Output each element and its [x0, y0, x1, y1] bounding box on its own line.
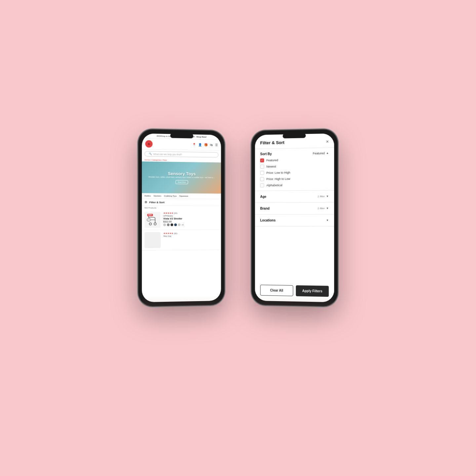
- sort-options-list: Featured Newest Price: Low to High: [260, 158, 329, 187]
- gift-icon[interactable]: 🎁: [204, 143, 208, 146]
- sort-option-price-high[interactable]: Price: High to Low: [260, 177, 329, 181]
- search-placeholder: What can we help you find?: [153, 153, 182, 155]
- sort-by-label: Sort By: [260, 152, 272, 156]
- right-phone-reflection: [255, 296, 334, 306]
- sort-by-header: Sort By Featured ▲: [260, 151, 329, 156]
- sort-option-featured[interactable]: Featured: [260, 158, 329, 163]
- product-stars-1: ★★★★★: [163, 212, 173, 215]
- sort-by-value[interactable]: Featured ▲: [313, 151, 329, 155]
- product-item-2[interactable]: ★★★★★ (80) Skip Hop: [142, 230, 221, 251]
- phone-notch-right: [283, 133, 306, 138]
- product-brand-2: Skip Hop: [163, 235, 218, 237]
- product-info-2: ★★★★★ (80) Skip Hop: [163, 232, 218, 248]
- filter-sort-screen: Filter & Sort × Sort By Featured ▲: [255, 134, 334, 302]
- checkbox-price-low[interactable]: [260, 171, 264, 175]
- checkbox-newest[interactable]: [260, 165, 264, 169]
- left-phone-reflection: [142, 296, 221, 306]
- new-badge: NEW: [147, 214, 153, 216]
- right-phone-screen: Filter & Sort × Sort By Featured ▲: [255, 134, 334, 302]
- svg-point-2: [147, 218, 151, 221]
- brand-filter-count: 1 filter: [317, 207, 325, 210]
- account-icon[interactable]: 👤: [198, 143, 202, 146]
- brand-filter-right: 1 filter ▼: [317, 207, 329, 210]
- product-price-1: $322.00: [163, 220, 218, 223]
- cat-rattles[interactable]: Rattles: [144, 195, 151, 197]
- locations-chevron: ▼: [326, 219, 329, 222]
- svg-point-0: [149, 223, 152, 225]
- age-filter-count: 1 filter: [317, 195, 325, 198]
- nav-bar: 🐞 📍 👤 🎁 🛍 ☰: [142, 139, 221, 151]
- search-bar[interactable]: 🔍 What can we help you find?: [144, 151, 218, 157]
- phone-notch-left: [170, 133, 193, 138]
- apply-filters-button[interactable]: Apply Filters: [296, 285, 329, 297]
- brand-chevron: ▼: [326, 207, 329, 210]
- hero-title: Sensory Toys: [168, 171, 196, 177]
- scene: BRRRing on the savings with up to 50% of…: [139, 130, 337, 333]
- checkbox-alpha[interactable]: [260, 183, 264, 187]
- left-phone: BRRRing on the savings with up to 50% of…: [139, 129, 224, 306]
- swatch-more: +6: [181, 224, 183, 226]
- sort-option-newest[interactable]: Newest: [260, 164, 329, 169]
- product-image-2: [144, 232, 161, 248]
- bag-icon[interactable]: 🛍: [210, 143, 213, 147]
- clear-all-button[interactable]: Clear All: [260, 285, 293, 296]
- product-info-1: ★★★★★ (26) UPPAbaby Vista V2 Stroller $3…: [163, 212, 218, 228]
- filter-icon: ⚙: [144, 201, 147, 204]
- location-icon[interactable]: 📍: [192, 143, 196, 146]
- menu-icon[interactable]: ☰: [215, 143, 218, 147]
- sort-alpha-label: Alphabetical: [266, 183, 282, 187]
- locations-filter-right: ▼: [326, 219, 329, 222]
- sort-featured-label: Featured: [266, 159, 278, 162]
- right-phone: Filter & Sort × Sort By Featured ▲: [252, 129, 337, 306]
- spacer: [255, 226, 334, 281]
- left-screen-content: BRRRing on the savings with up to 50% of…: [142, 134, 221, 302]
- checkbox-price-high[interactable]: [260, 177, 264, 181]
- swatch-2[interactable]: [167, 223, 170, 226]
- sort-newest-label: Newest: [266, 165, 276, 168]
- review-count-2: (80): [174, 232, 178, 234]
- color-swatches-1: +6: [163, 223, 218, 226]
- right-phone-wrap: Filter & Sort × Sort By Featured ▲: [251, 130, 337, 333]
- left-phone-screen: BRRRing on the savings with up to 50% of…: [142, 134, 221, 302]
- filter-sort-bar[interactable]: ⚙ Filter & Sort: [142, 199, 221, 206]
- checkbox-featured[interactable]: [260, 158, 264, 162]
- locations-filter-row[interactable]: Locations ▼: [255, 215, 334, 226]
- product-stars-2: ★★★★★: [163, 232, 173, 235]
- swatch-3[interactable]: [171, 223, 173, 226]
- hero-description: Wooden toys, rattles, plush toys, sensor…: [143, 176, 219, 179]
- hero-cta-button[interactable]: Read More: [176, 180, 188, 184]
- products-count: 592 Products: [142, 206, 221, 210]
- sort-price-high-label: Price: High to Low: [266, 177, 290, 181]
- age-filter-row[interactable]: Age 1 filter ▼: [255, 190, 334, 203]
- sort-option-price-low[interactable]: Price: Low to High: [260, 170, 329, 175]
- swatch-4[interactable]: [174, 223, 177, 226]
- brand-filter-row[interactable]: Brand 1 filter ▼: [255, 203, 334, 215]
- site-logo[interactable]: 🐞: [145, 140, 152, 148]
- cat-stackers[interactable]: Stackers: [153, 195, 161, 197]
- brand-filter-label: Brand: [260, 207, 269, 210]
- sort-chevron-up: ▲: [326, 151, 329, 154]
- banner-link[interactable]: Shop Now!: [196, 136, 207, 138]
- sort-by-section: Sort By Featured ▲ Featured: [255, 148, 334, 191]
- review-count-1: (26): [174, 212, 178, 214]
- locations-filter-label: Locations: [260, 218, 276, 222]
- close-button[interactable]: ×: [326, 139, 329, 144]
- svg-point-1: [154, 223, 156, 225]
- age-filter-right: 1 filter ▼: [317, 195, 329, 198]
- age-filter-label: Age: [260, 195, 266, 198]
- left-phone-wrap: BRRRing on the savings with up to 50% of…: [139, 130, 225, 333]
- filter-modal-title: Filter & Sort: [260, 140, 284, 145]
- product-item-1[interactable]: NEW: [142, 210, 221, 230]
- product-brand-1: UPPAbaby: [163, 215, 218, 217]
- age-chevron: ▼: [326, 195, 329, 198]
- nav-icons: 📍 👤 🎁 🛍 ☰: [192, 143, 218, 147]
- sort-option-alpha[interactable]: Alphabetical: [260, 183, 329, 187]
- swatch-1[interactable]: [163, 223, 166, 226]
- filter-label: Filter & Sort: [149, 201, 164, 204]
- cat-squeeze[interactable]: Squeeeze: [179, 195, 188, 197]
- sort-price-low-label: Price: Low to High: [266, 171, 290, 175]
- hero-banner: Sensory Toys Wooden toys, rattles, plush…: [142, 161, 221, 193]
- search-icon: 🔍: [149, 152, 152, 155]
- cat-grabbing[interactable]: Grabbing Toys: [164, 195, 177, 197]
- swatch-5[interactable]: [178, 223, 180, 226]
